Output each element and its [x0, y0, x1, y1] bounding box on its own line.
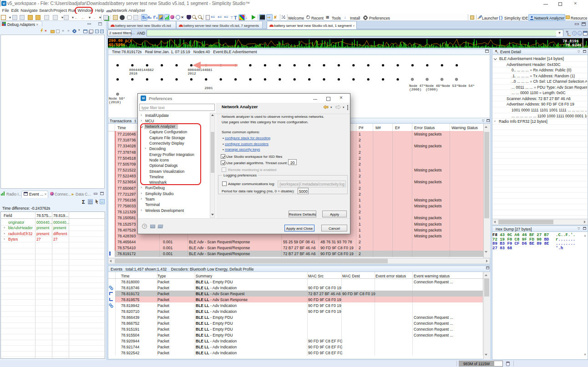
svg-text:78.924s: 78.924s	[565, 43, 582, 48]
svg-text:65.595s: 65.595s	[109, 43, 125, 47]
